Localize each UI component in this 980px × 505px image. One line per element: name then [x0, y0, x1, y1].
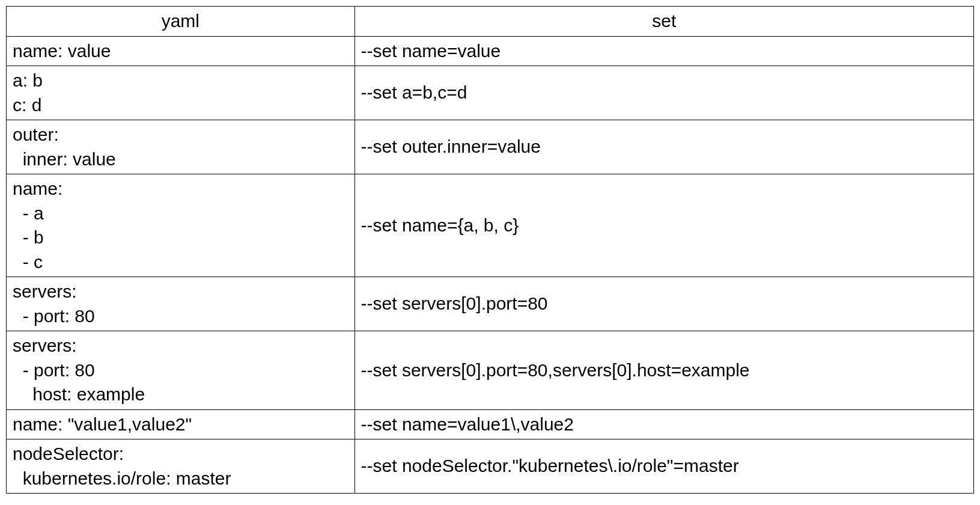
table-row: name: value --set name=value	[7, 36, 974, 66]
yaml-text: a: b c: d	[13, 70, 43, 115]
set-text: --set nodeSelector."kubernetes\.io/role"…	[361, 456, 739, 476]
cell-set: --set name=value	[355, 36, 973, 66]
cell-yaml: servers: - port: 80 host: example	[7, 331, 355, 410]
cell-set: --set name=value1\,value2	[355, 409, 973, 439]
set-text: --set name=value	[361, 41, 501, 61]
table-row: name: "value1,value2" --set name=value1\…	[7, 409, 974, 439]
cell-set: --set nodeSelector."kubernetes\.io/role"…	[355, 439, 973, 494]
cell-yaml: nodeSelector: kubernetes.io/role: master	[7, 439, 355, 494]
yaml-text: name: - a - b - c	[13, 179, 62, 272]
set-text: --set a=b,c=d	[361, 82, 467, 102]
table-row: a: b c: d --set a=b,c=d	[7, 66, 974, 120]
set-text: --set name={a, b, c}	[361, 215, 519, 235]
table-row: servers: - port: 80 --set servers[0].por…	[7, 277, 974, 331]
cell-yaml: servers: - port: 80	[7, 277, 355, 331]
cell-set: --set a=b,c=d	[355, 66, 973, 120]
header-yaml: yaml	[7, 7, 355, 37]
yaml-text: name: "value1,value2"	[13, 414, 192, 434]
table-row: outer: inner: value --set outer.inner=va…	[7, 120, 974, 174]
cell-yaml: name: "value1,value2"	[7, 409, 355, 439]
yaml-text: servers: - port: 80 host: example	[13, 335, 145, 404]
yaml-set-mapping-table: yaml set name: value --set name=value a:…	[6, 6, 974, 494]
cell-set: --set name={a, b, c}	[355, 174, 973, 277]
cell-yaml: a: b c: d	[7, 66, 355, 120]
yaml-text: nodeSelector: kubernetes.io/role: master	[13, 444, 231, 488]
cell-set: --set outer.inner=value	[355, 120, 973, 174]
table-row: servers: - port: 80 host: example --set …	[7, 331, 974, 410]
cell-yaml: outer: inner: value	[7, 120, 355, 174]
set-text: --set servers[0].port=80	[361, 293, 548, 313]
table-row: name: - a - b - c --set name={a, b, c}	[7, 174, 974, 277]
set-text: --set outer.inner=value	[361, 136, 541, 156]
yaml-text: servers: - port: 80	[13, 281, 95, 326]
cell-set: --set servers[0].port=80	[355, 277, 973, 331]
set-text: --set name=value1\,value2	[361, 414, 574, 434]
table-row: nodeSelector: kubernetes.io/role: master…	[7, 439, 974, 494]
cell-yaml: name: value	[7, 36, 355, 66]
table-header-row: yaml set	[7, 7, 974, 37]
set-text: --set servers[0].port=80,servers[0].host…	[361, 360, 750, 380]
cell-yaml: name: - a - b - c	[7, 174, 355, 277]
yaml-text: outer: inner: value	[13, 124, 116, 169]
cell-set: --set servers[0].port=80,servers[0].host…	[355, 331, 973, 410]
yaml-text: name: value	[13, 41, 111, 61]
header-set: set	[355, 7, 973, 37]
